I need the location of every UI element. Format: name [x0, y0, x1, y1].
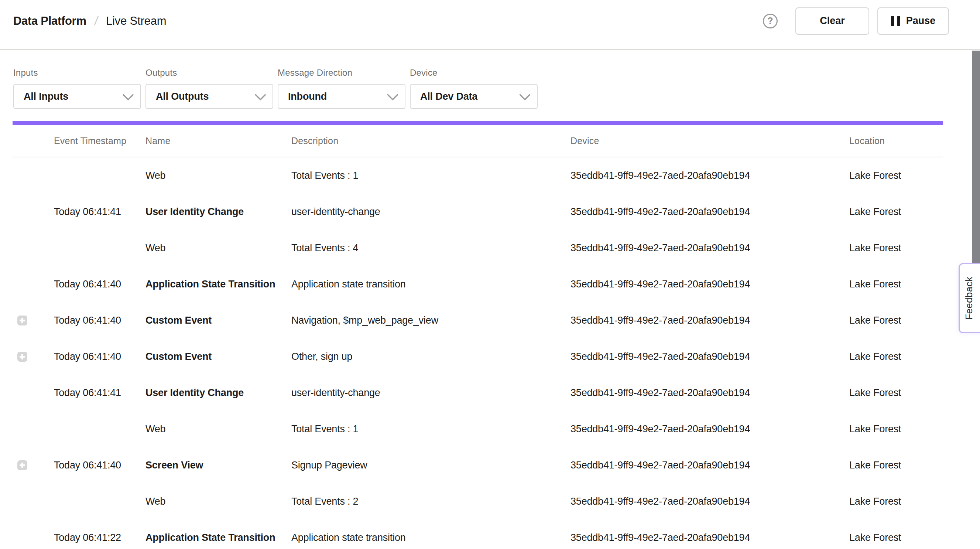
cell-description: Application state transition	[291, 279, 571, 290]
live-stream-table: Event Timestamp Name Description Device …	[13, 125, 943, 549]
cell-name: Web	[145, 170, 291, 181]
help-icon[interactable]: ?	[763, 14, 778, 29]
cell-description: Navigation, $mp_web_page_view	[291, 315, 571, 326]
cell-name: User Identity Change	[145, 206, 291, 218]
expand-plus-icon[interactable]	[18, 352, 27, 362]
cell-location: Lake Forest	[849, 532, 943, 543]
table-row[interactable]: Today 06:41:40 Screen View Signup Pagevi…	[13, 447, 943, 483]
cell-event-timestamp: Today 06:41:40	[54, 315, 145, 326]
chevron-down-icon	[387, 89, 398, 101]
cell-description: user-identity-change	[291, 206, 571, 218]
vertical-scrollbar[interactable]	[972, 51, 980, 263]
outputs-select-value: All Outputs	[156, 91, 208, 102]
filter-message-direction-label: Message Direction	[278, 68, 406, 78]
cell-device: 35eddb41-9ff9-49e2-7aed-20afa90eb194	[571, 496, 849, 507]
table-row[interactable]: Web Total Events : 1 35eddb41-9ff9-49e2-…	[13, 157, 943, 193]
device-select[interactable]: All Dev Data	[410, 84, 538, 109]
cell-description: Other, sign up	[291, 351, 571, 362]
breadcrumb: Data Platform / Live Stream	[13, 14, 166, 28]
outputs-select[interactable]: All Outputs	[145, 84, 273, 109]
filter-inputs-label: Inputs	[13, 68, 141, 78]
cell-description: Total Events : 1	[291, 423, 571, 435]
cell-location: Lake Forest	[849, 243, 943, 254]
cell-location: Lake Forest	[849, 496, 943, 507]
breadcrumb-section[interactable]: Data Platform	[13, 14, 86, 28]
cell-event-timestamp: Today 06:41:41	[54, 387, 145, 399]
expand-plus-icon[interactable]	[18, 316, 27, 326]
cell-device: 35eddb41-9ff9-49e2-7aed-20afa90eb194	[571, 206, 849, 218]
table-row[interactable]: Today 06:41:40 Application State Transit…	[13, 266, 943, 302]
table-row[interactable]: Today 06:41:41 User Identity Change user…	[13, 375, 943, 411]
column-device: Device	[571, 136, 849, 146]
filter-outputs-label: Outputs	[145, 68, 273, 78]
cell-device: 35eddb41-9ff9-49e2-7aed-20afa90eb194	[571, 170, 849, 181]
cell-event-timestamp: Today 06:41:22	[54, 532, 145, 543]
table-row[interactable]: Today 06:41:41 User Identity Change user…	[13, 193, 943, 230]
cell-name: Application State Transition	[145, 532, 291, 543]
chevron-down-icon	[519, 89, 531, 101]
cell-location: Lake Forest	[849, 279, 943, 290]
table-row[interactable]: Today 06:41:22 Application State Transit…	[13, 519, 943, 549]
cell-location: Lake Forest	[849, 460, 943, 471]
cell-location: Lake Forest	[849, 315, 943, 326]
column-event-timestamp: Event Timestamp	[54, 136, 145, 146]
cell-device: 35eddb41-9ff9-49e2-7aed-20afa90eb194	[571, 387, 849, 399]
cell-name: Screen View	[145, 460, 291, 471]
table-row[interactable]: Today 06:41:40 Custom Event Navigation, …	[13, 302, 943, 338]
cell-device: 35eddb41-9ff9-49e2-7aed-20afa90eb194	[571, 351, 849, 362]
cell-location: Lake Forest	[849, 423, 943, 435]
page-title: Live Stream	[106, 14, 166, 28]
clear-button[interactable]: Clear	[795, 7, 869, 35]
cell-description: user-identity-change	[291, 387, 571, 399]
cell-description: Total Events : 4	[291, 243, 571, 254]
expand-cell	[13, 460, 54, 470]
column-description: Description	[291, 136, 571, 146]
column-name: Name	[145, 136, 291, 146]
filter-inputs: Inputs All Inputs	[13, 68, 141, 109]
expand-cell	[13, 352, 54, 362]
table-body: Web Total Events : 1 35eddb41-9ff9-49e2-…	[13, 157, 943, 549]
cell-device: 35eddb41-9ff9-49e2-7aed-20afa90eb194	[571, 315, 849, 326]
table-row[interactable]: Web Total Events : 4 35eddb41-9ff9-49e2-…	[13, 230, 943, 266]
pause-button-label: Pause	[906, 15, 936, 27]
pause-button[interactable]: Pause	[877, 7, 949, 35]
cell-location: Lake Forest	[849, 351, 943, 362]
cell-device: 35eddb41-9ff9-49e2-7aed-20afa90eb194	[571, 279, 849, 290]
table-header: Event Timestamp Name Description Device …	[13, 125, 943, 157]
expand-plus-icon[interactable]	[18, 460, 27, 470]
cell-name: Web	[145, 423, 291, 435]
cell-name: Web	[145, 496, 291, 507]
filter-outputs: Outputs All Outputs	[145, 68, 273, 109]
cell-event-timestamp: Today 06:41:40	[54, 279, 145, 290]
accent-divider	[13, 121, 943, 125]
breadcrumb-separator: /	[94, 14, 99, 28]
message-direction-select-value: Inbound	[288, 91, 327, 102]
table-row[interactable]: Today 06:41:40 Custom Event Other, sign …	[13, 338, 943, 375]
inputs-select[interactable]: All Inputs	[13, 84, 141, 109]
table-row[interactable]: Web Total Events : 1 35eddb41-9ff9-49e2-…	[13, 411, 943, 447]
expand-cell	[13, 316, 54, 326]
cell-location: Lake Forest	[849, 206, 943, 218]
message-direction-select[interactable]: Inbound	[278, 84, 406, 109]
filter-device-label: Device	[410, 68, 538, 78]
cell-name: Web	[145, 243, 291, 254]
feedback-tab[interactable]: Feedback	[959, 263, 980, 333]
column-location: Location	[849, 136, 943, 146]
cell-description: Signup Pageview	[291, 460, 571, 471]
device-select-value: All Dev Data	[420, 91, 477, 102]
filter-device: Device All Dev Data	[410, 68, 538, 109]
cell-description: Total Events : 1	[291, 170, 571, 181]
app-header: Data Platform / Live Stream ? Clear Paus…	[0, 0, 980, 50]
cell-device: 35eddb41-9ff9-49e2-7aed-20afa90eb194	[571, 423, 849, 435]
cell-name: Custom Event	[145, 315, 291, 326]
cell-location: Lake Forest	[849, 387, 943, 399]
filter-message-direction: Message Direction Inbound	[278, 68, 406, 109]
cell-name: Custom Event	[145, 351, 291, 362]
cell-event-timestamp: Today 06:41:40	[54, 460, 145, 471]
table-row[interactable]: Web Total Events : 2 35eddb41-9ff9-49e2-…	[13, 483, 943, 519]
chevron-down-icon	[255, 89, 266, 101]
cell-event-timestamp: Today 06:41:41	[54, 206, 145, 218]
chevron-down-icon	[123, 89, 134, 101]
clear-button-label: Clear	[820, 15, 845, 27]
inputs-select-value: All Inputs	[24, 91, 68, 102]
